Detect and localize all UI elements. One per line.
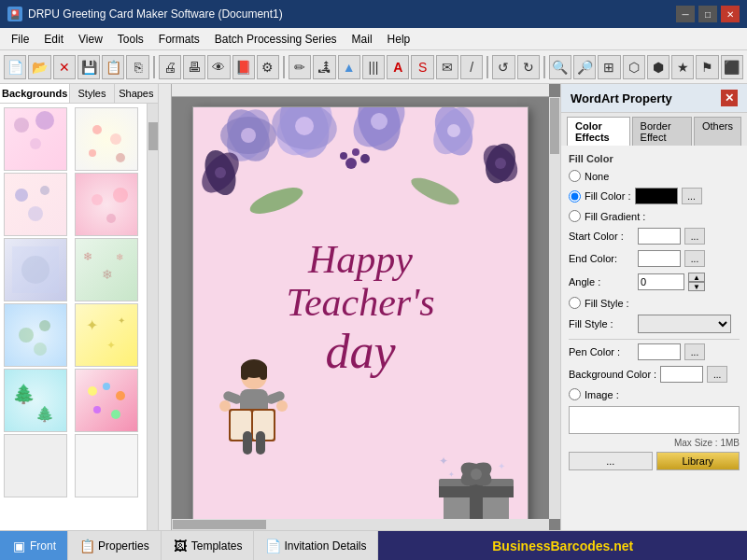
barcode-button[interactable]: ||| (362, 55, 385, 79)
canvas-vertical-scrollbar[interactable] (549, 97, 560, 519)
dots-button[interactable]: ... (569, 452, 653, 470)
save-button[interactable]: 💾 (78, 55, 100, 79)
text-button[interactable]: ✏ (289, 55, 311, 79)
end-color-swatch[interactable] (638, 250, 681, 267)
pdf-button[interactable]: 📕 (233, 55, 255, 79)
print-button[interactable]: 🖨 (159, 55, 181, 79)
toolbar-sep-2 (283, 56, 285, 78)
hscroll-thumb[interactable] (173, 520, 266, 529)
tb-extra3[interactable]: ★ (671, 55, 694, 79)
tb-extra4[interactable]: ⚑ (696, 55, 718, 79)
bg-thumb-12[interactable] (75, 434, 138, 497)
fill-color-radio[interactable] (569, 190, 581, 203)
maximize-button[interactable]: □ (698, 6, 717, 22)
bg-thumb-1[interactable] (4, 107, 67, 171)
fill-image-radio[interactable] (569, 388, 581, 400)
undo-button[interactable]: ↺ (492, 55, 514, 79)
tab-others[interactable]: Others (694, 117, 741, 146)
fill-color-label[interactable]: Fill Color : (585, 190, 631, 202)
image-button[interactable]: 🏞 (313, 55, 335, 79)
fill-color-picker-button[interactable]: ... (682, 188, 702, 204)
line-button[interactable]: / (460, 55, 483, 79)
menu-formats[interactable]: Formats (151, 31, 207, 48)
angle-input[interactable] (638, 273, 684, 290)
app-icon: 🎴 (7, 7, 22, 21)
angle-down-button[interactable]: ▼ (688, 282, 705, 291)
tb-extra1[interactable]: ⬡ (623, 55, 645, 79)
copy-button[interactable]: ⎘ (126, 55, 148, 79)
wordart-button[interactable]: A (387, 55, 409, 79)
end-color-button[interactable]: ... (684, 250, 705, 267)
max-size-label: Max Size : 1MB (569, 438, 740, 448)
effect-button[interactable]: S (411, 55, 433, 79)
bg-thumb-8[interactable]: ✦✦✦ (75, 303, 138, 367)
menu-help[interactable]: Help (380, 31, 418, 48)
bg-thumb-5[interactable] (4, 238, 67, 301)
close-button[interactable]: ✕ (721, 6, 740, 22)
canvas-horizontal-scrollbar[interactable] (172, 519, 549, 530)
angle-up-button[interactable]: ▲ (688, 273, 705, 282)
tab-shapes[interactable]: Shapes (115, 84, 158, 103)
left-panel-scrollbar[interactable] (147, 104, 158, 530)
fill-gradient-radio[interactable] (569, 210, 581, 222)
fill-style-label[interactable]: Fill Style : (585, 298, 629, 309)
fill-style-dropdown[interactable] (638, 315, 731, 333)
redo-button[interactable]: ↻ (517, 55, 540, 79)
bg-color-button[interactable]: ... (707, 366, 727, 383)
bg-thumb-7[interactable] (4, 303, 67, 367)
bg-thumb-3[interactable] (4, 173, 67, 236)
open-button[interactable]: 📂 (28, 55, 50, 79)
save-as-button[interactable]: 📋 (102, 55, 124, 79)
image-preview[interactable] (569, 406, 740, 434)
tab-border-effect[interactable]: Border Effect (632, 117, 692, 146)
close-doc-button[interactable]: ✕ (53, 55, 76, 79)
tab-properties[interactable]: 📋 Properties (68, 531, 162, 560)
fit-button[interactable]: ⊞ (598, 55, 620, 79)
bg-thumb-6[interactable]: ❄❄❄ (75, 238, 138, 301)
fill-gradient-label[interactable]: Fill Gradient : (585, 211, 645, 222)
menu-tools[interactable]: Tools (110, 31, 151, 48)
pen-color-swatch[interactable] (638, 343, 681, 360)
settings-button[interactable]: ⚙ (257, 55, 279, 79)
start-color-button[interactable]: ... (684, 228, 705, 245)
start-color-swatch[interactable] (638, 228, 681, 245)
greeting-card[interactable]: Happy Teacher's day (192, 106, 529, 519)
fill-style-radio[interactable] (569, 297, 581, 309)
tab-styles[interactable]: Styles (70, 84, 114, 103)
print2-button[interactable]: 🖶 (183, 55, 205, 79)
bg-thumb-11[interactable] (4, 434, 67, 497)
tab-color-effects[interactable]: Color Effects (567, 117, 630, 146)
tab-invitation[interactable]: 📄 Invitation Details (254, 531, 378, 560)
image-label[interactable]: Image : (585, 389, 619, 400)
library-button[interactable]: Library (656, 452, 740, 470)
bg-color-swatch[interactable] (660, 366, 703, 383)
fill-none-radio[interactable] (569, 170, 581, 182)
bg-thumb-4[interactable] (75, 173, 138, 236)
bg-thumb-10[interactable] (75, 369, 138, 432)
tab-backgrounds[interactable]: Backgrounds (0, 84, 70, 103)
minimize-button[interactable]: ─ (676, 6, 695, 22)
menu-edit[interactable]: Edit (36, 31, 71, 48)
new-button[interactable]: 📄 (4, 55, 26, 79)
tb-extra2[interactable]: ⬢ (647, 55, 669, 79)
bg-thumb-9[interactable]: 🌲🌲 (4, 369, 67, 432)
pen-color-button[interactable]: ... (684, 343, 705, 360)
menu-batch[interactable]: Batch Processing Series (207, 31, 345, 48)
fill-color-swatch[interactable] (635, 188, 678, 204)
menu-mail[interactable]: Mail (345, 31, 380, 48)
tab-front[interactable]: ▣ Front (0, 531, 68, 560)
shape-button[interactable]: ▲ (338, 55, 360, 79)
menu-file[interactable]: File (4, 31, 36, 48)
menu-view[interactable]: View (71, 31, 110, 48)
svg-point-10 (92, 194, 103, 205)
panel-close-button[interactable]: ✕ (721, 90, 738, 106)
zoom-out-button[interactable]: 🔎 (573, 55, 596, 79)
zoom-in-button[interactable]: 🔍 (549, 55, 571, 79)
email-button[interactable]: ✉ (436, 55, 458, 79)
tab-templates[interactable]: 🖼 Templates (162, 531, 255, 560)
fill-none-label[interactable]: None (585, 171, 609, 182)
vscroll-thumb[interactable] (550, 98, 559, 154)
bg-thumb-2[interactable] (75, 107, 138, 171)
preview-button[interactable]: 👁 (207, 55, 230, 79)
tb-extra5[interactable]: ⬛ (721, 55, 743, 79)
